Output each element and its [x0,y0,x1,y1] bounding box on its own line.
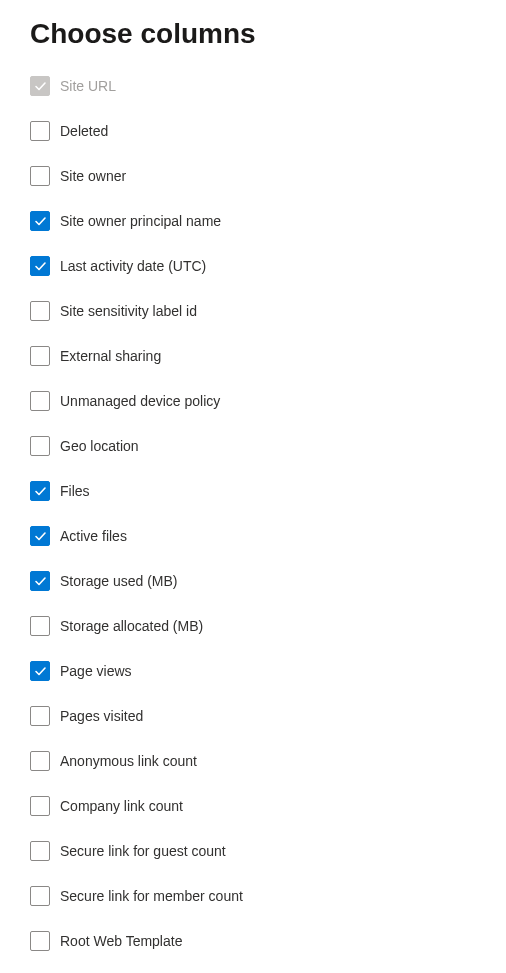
label-active-files[interactable]: Active files [60,528,127,544]
checkbox-deleted[interactable] [30,121,50,141]
label-anonymous-link-count[interactable]: Anonymous link count [60,753,197,769]
checkbox-page-views[interactable] [30,661,50,681]
label-company-link-count[interactable]: Company link count [60,798,183,814]
checkbox-active-files[interactable] [30,526,50,546]
checkbox-geo-location[interactable] [30,436,50,456]
column-item-storage-allocated-mb: Storage allocated (MB) [30,616,476,636]
column-item-external-sharing: External sharing [30,346,476,366]
column-item-company-link-count: Company link count [30,796,476,816]
column-item-root-web-template: Root Web Template [30,931,476,951]
checkbox-anonymous-link-count[interactable] [30,751,50,771]
label-geo-location[interactable]: Geo location [60,438,139,454]
label-site-owner-principal-name[interactable]: Site owner principal name [60,213,221,229]
label-pages-visited[interactable]: Pages visited [60,708,143,724]
column-item-geo-location: Geo location [30,436,476,456]
label-page-views[interactable]: Page views [60,663,132,679]
label-last-activity-date-utc[interactable]: Last activity date (UTC) [60,258,206,274]
checkbox-pages-visited[interactable] [30,706,50,726]
label-storage-allocated-mb[interactable]: Storage allocated (MB) [60,618,203,634]
column-item-site-sensitivity-label-id: Site sensitivity label id [30,301,476,321]
label-unmanaged-device-policy[interactable]: Unmanaged device policy [60,393,220,409]
checkbox-root-web-template[interactable] [30,931,50,951]
label-storage-used-mb[interactable]: Storage used (MB) [60,573,178,589]
column-item-anonymous-link-count: Anonymous link count [30,751,476,771]
checkbox-external-sharing[interactable] [30,346,50,366]
column-item-site-owner: Site owner [30,166,476,186]
label-site-owner[interactable]: Site owner [60,168,126,184]
column-item-site-url: Site URL [30,76,476,96]
column-item-page-views: Page views [30,661,476,681]
column-item-deleted: Deleted [30,121,476,141]
checkbox-company-link-count[interactable] [30,796,50,816]
checkbox-last-activity-date-utc[interactable] [30,256,50,276]
label-deleted[interactable]: Deleted [60,123,108,139]
page-title: Choose columns [30,18,476,50]
label-secure-link-for-member-count[interactable]: Secure link for member count [60,888,243,904]
checkbox-storage-used-mb[interactable] [30,571,50,591]
checkbox-secure-link-for-member-count[interactable] [30,886,50,906]
checkbox-site-owner[interactable] [30,166,50,186]
label-root-web-template[interactable]: Root Web Template [60,933,182,949]
column-item-secure-link-for-member-count: Secure link for member count [30,886,476,906]
label-files[interactable]: Files [60,483,90,499]
label-site-url: Site URL [60,78,116,94]
column-item-pages-visited: Pages visited [30,706,476,726]
column-item-files: Files [30,481,476,501]
column-item-last-activity-date-utc: Last activity date (UTC) [30,256,476,276]
column-item-site-owner-principal-name: Site owner principal name [30,211,476,231]
label-external-sharing[interactable]: External sharing [60,348,161,364]
column-list: Site URLDeletedSite ownerSite owner prin… [30,76,476,951]
checkbox-site-url [30,76,50,96]
label-site-sensitivity-label-id[interactable]: Site sensitivity label id [60,303,197,319]
checkbox-site-sensitivity-label-id[interactable] [30,301,50,321]
checkbox-secure-link-for-guest-count[interactable] [30,841,50,861]
column-item-storage-used-mb: Storage used (MB) [30,571,476,591]
column-item-secure-link-for-guest-count: Secure link for guest count [30,841,476,861]
checkbox-site-owner-principal-name[interactable] [30,211,50,231]
checkbox-unmanaged-device-policy[interactable] [30,391,50,411]
checkbox-storage-allocated-mb[interactable] [30,616,50,636]
column-item-unmanaged-device-policy: Unmanaged device policy [30,391,476,411]
label-secure-link-for-guest-count[interactable]: Secure link for guest count [60,843,226,859]
checkbox-files[interactable] [30,481,50,501]
column-item-active-files: Active files [30,526,476,546]
